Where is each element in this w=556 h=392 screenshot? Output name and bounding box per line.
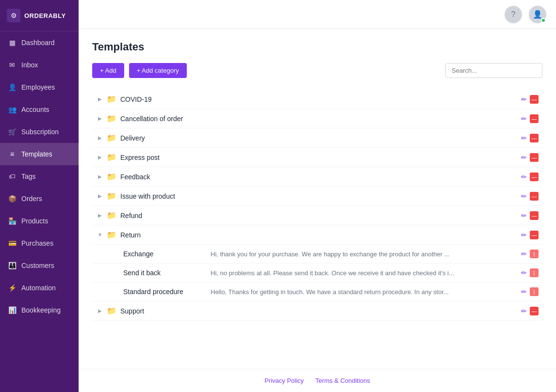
edit-template-standard-button[interactable]: ✏ bbox=[521, 288, 527, 296]
sidebar-item-templates[interactable]: ≡ Templates bbox=[0, 143, 79, 165]
delete-refund-button[interactable]: — bbox=[530, 211, 539, 220]
purchases-icon: 💳 bbox=[8, 239, 16, 248]
sidebar-item-inbox[interactable]: ✉ Inbox bbox=[0, 54, 79, 76]
sidebar-item-employees[interactable]: 👤 Employees bbox=[0, 76, 79, 98]
products-icon: 🏪 bbox=[8, 217, 16, 225]
sidebar-label-bookkeeping: Bookkeeping bbox=[21, 306, 61, 314]
tags-icon: 🏷 bbox=[8, 172, 16, 181]
category-row-feedback[interactable]: ▶ 📁 Feedback ✏ — bbox=[92, 167, 542, 187]
search-input[interactable] bbox=[445, 63, 542, 78]
folder-delivery-icon: 📁 bbox=[107, 133, 116, 142]
row-actions-refund: ✏ — bbox=[521, 211, 539, 220]
add-category-button[interactable]: + Add category bbox=[129, 63, 187, 78]
sidebar-item-orders[interactable]: 📦 Orders bbox=[0, 188, 79, 210]
sidebar-label-customers: Customers bbox=[21, 262, 54, 269]
edit-covid-button[interactable]: ✏ bbox=[521, 95, 527, 103]
category-row-refund[interactable]: ▶ 📁 Refund ✏ — bbox=[92, 206, 542, 225]
category-name-issue: Issue with product bbox=[120, 192, 521, 200]
edit-return-button[interactable]: ✏ bbox=[521, 231, 527, 239]
delete-express-button[interactable]: — bbox=[530, 153, 539, 162]
sidebar-label-dashboard: Dashboard bbox=[21, 39, 55, 47]
sidebar-item-purchases[interactable]: 💳 Purchases bbox=[0, 232, 79, 254]
sidebar-label-orders: Orders bbox=[21, 195, 42, 203]
category-row-issue[interactable]: ▶ 📁 Issue with product ✏ — bbox=[92, 187, 542, 206]
sidebar-label-products: Products bbox=[21, 217, 48, 225]
sidebar-label-tags: Tags bbox=[21, 172, 36, 180]
delete-template-senditback-button[interactable]: | bbox=[530, 268, 539, 277]
edit-feedback-button[interactable]: ✏ bbox=[521, 173, 527, 181]
folder-feedback-icon: 📁 bbox=[107, 172, 116, 181]
action-buttons: + Add + Add category bbox=[92, 63, 187, 78]
category-row-cancellation[interactable]: ▶ 📁 Cancellation of order ✏ — bbox=[92, 109, 542, 128]
category-name-delivery: Delivery bbox=[120, 134, 521, 142]
sidebar-item-tags[interactable]: 🏷 Tags bbox=[0, 165, 79, 188]
edit-issue-button[interactable]: ✏ bbox=[521, 192, 527, 200]
sidebar-item-subscription[interactable]: 🛒 Subscription bbox=[0, 121, 79, 143]
sidebar-label-purchases: Purchases bbox=[21, 239, 53, 247]
category-name-covid: COVID-19 bbox=[120, 95, 521, 103]
automation-icon: ⚡ bbox=[8, 283, 16, 292]
folder-issue-icon: 📁 bbox=[107, 191, 116, 201]
delete-issue-button[interactable]: — bbox=[530, 192, 539, 201]
row-actions-support: ✏ — bbox=[521, 307, 539, 315]
delete-feedback-button[interactable]: — bbox=[530, 172, 539, 181]
sub-actions-senditback: ✏ | bbox=[521, 268, 539, 277]
folder-return-icon: 📁 bbox=[107, 230, 116, 239]
sidebar-item-accounts[interactable]: 👥 Accounts bbox=[0, 98, 79, 121]
sidebar-item-bookkeeping[interactable]: 📊 Bookkeeping bbox=[0, 299, 79, 321]
chevron-return-icon: ▼ bbox=[96, 231, 104, 239]
delete-return-button[interactable]: — bbox=[530, 231, 539, 239]
template-name-standard: Standard procedure bbox=[123, 288, 211, 296]
delete-support-button[interactable]: — bbox=[530, 307, 539, 315]
edit-express-button[interactable]: ✏ bbox=[521, 154, 527, 161]
logo-icon: ⚙ bbox=[7, 9, 20, 22]
row-actions-covid: ✏ — bbox=[521, 95, 539, 104]
online-status-dot bbox=[541, 18, 546, 23]
category-row-delivery[interactable]: ▶ 📁 Delivery ✏ — bbox=[92, 128, 542, 148]
sidebar-item-products[interactable]: 🏪 Products bbox=[0, 210, 79, 232]
delete-template-standard-button[interactable]: | bbox=[530, 287, 539, 296]
avatar-wrapper: 👤 bbox=[529, 6, 546, 23]
orders-icon: 📦 bbox=[8, 194, 16, 203]
sidebar-header: ⚙ ORDERABLY bbox=[0, 0, 79, 31]
folder-covid-icon: 📁 bbox=[107, 94, 116, 104]
edit-cancellation-button[interactable]: ✏ bbox=[521, 115, 527, 123]
brand-name: ORDERABLY bbox=[24, 12, 66, 19]
category-row-support[interactable]: ▶ 📁 Support ✏ — bbox=[92, 301, 542, 321]
delete-delivery-button[interactable]: — bbox=[530, 134, 539, 142]
chevron-feedback-icon: ▶ bbox=[96, 173, 104, 181]
edit-refund-button[interactable]: ✏ bbox=[521, 212, 527, 220]
help-button[interactable]: ? bbox=[505, 6, 522, 23]
category-row-express[interactable]: ▶ 📁 Express post ✏ — bbox=[92, 148, 542, 167]
category-row-return[interactable]: ▼ 📁 Return ✏ — bbox=[92, 225, 542, 245]
edit-delivery-button[interactable]: ✏ bbox=[521, 134, 527, 142]
row-actions-feedback: ✏ — bbox=[521, 172, 539, 181]
sidebar-item-dashboard[interactable]: ▦ Dashboard bbox=[0, 31, 79, 54]
add-button[interactable]: + Add bbox=[92, 63, 124, 78]
edit-template-senditback-button[interactable]: ✏ bbox=[521, 269, 527, 277]
footer: Privacy Policy Terms & Conditions bbox=[79, 369, 556, 392]
row-actions-delivery: ✏ — bbox=[521, 134, 539, 142]
delete-template-exchange-button[interactable]: | bbox=[530, 250, 539, 258]
chevron-issue-icon: ▶ bbox=[96, 192, 104, 200]
edit-support-button[interactable]: ✏ bbox=[521, 307, 527, 315]
sidebar-item-customers[interactable]: 👨‍👩‍👦 Customers bbox=[0, 254, 79, 277]
sidebar-item-automation[interactable]: ⚡ Automation bbox=[0, 277, 79, 299]
template-subrow-standard: Standard procedure Hello, Thanks for get… bbox=[92, 282, 542, 301]
sub-actions-standard: ✏ | bbox=[521, 287, 539, 296]
privacy-policy-link[interactable]: Privacy Policy bbox=[264, 377, 304, 384]
templates-icon: ≡ bbox=[8, 150, 16, 158]
bookkeeping-icon: 📊 bbox=[8, 306, 16, 314]
content-area: Templates + Add + Add category ▶ 📁 COVID… bbox=[79, 29, 556, 369]
category-row-covid[interactable]: ▶ 📁 COVID-19 ✏ — bbox=[92, 90, 542, 109]
customers-icon: 👨‍👩‍👦 bbox=[8, 261, 16, 270]
terms-link[interactable]: Terms & Conditions bbox=[315, 377, 370, 384]
folder-express-icon: 📁 bbox=[107, 153, 116, 162]
delete-cancellation-button[interactable]: — bbox=[530, 114, 539, 123]
delete-covid-button[interactable]: — bbox=[530, 95, 539, 104]
folder-support-icon: 📁 bbox=[107, 306, 116, 315]
main-area: ? 👤 Templates + Add + Add category ▶ 📁 C… bbox=[79, 0, 556, 392]
row-actions-return: ✏ — bbox=[521, 231, 539, 239]
row-actions-issue: ✏ — bbox=[521, 192, 539, 201]
edit-template-exchange-button[interactable]: ✏ bbox=[521, 250, 527, 258]
